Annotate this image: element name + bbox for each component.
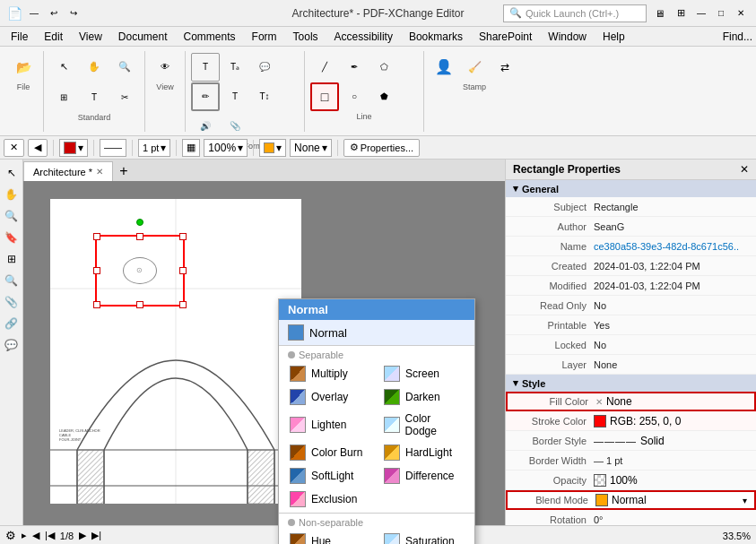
handle-top-right[interactable] (179, 233, 187, 240)
page-first-button[interactable]: |◀ (45, 530, 55, 541)
expand-arrow[interactable]: ▸ (22, 530, 27, 541)
link-sidebar[interactable]: 🔗 (2, 314, 22, 333)
comment-sidebar[interactable]: 💬 (2, 335, 22, 355)
doc-tab-close[interactable]: ✕ (96, 167, 103, 177)
zoom-button[interactable]: 🔍 (110, 53, 139, 82)
menu-comments[interactable]: Comments (177, 29, 243, 45)
new-tab-button[interactable]: + (113, 161, 135, 181)
redo-button[interactable]: ↪ (65, 5, 82, 22)
handle-right-middle[interactable] (179, 267, 187, 274)
eraser-button[interactable]: 🧹 (460, 53, 489, 82)
window-maximize-button[interactable]: □ (713, 5, 729, 22)
pattern-selector[interactable]: ▦ (182, 139, 200, 157)
window-minimize-button[interactable]: — (693, 5, 709, 22)
stroke-color-selector[interactable]: ▾ (59, 139, 88, 157)
text-btn3[interactable]: T↕ (250, 82, 279, 111)
attach-button[interactable]: 📎 (221, 112, 249, 141)
handle-rotate[interactable] (136, 219, 143, 226)
polygon2-button[interactable]: ⬟ (369, 82, 398, 111)
blend-mode-selector[interactable]: None ▾ (290, 139, 332, 157)
find-button[interactable]: Find... (723, 30, 752, 43)
blend-lighten[interactable]: Lighten (282, 409, 377, 441)
menu-form[interactable]: Form (245, 29, 284, 45)
page-prev-button[interactable]: ◀ (32, 530, 39, 541)
nav-arrow-button[interactable]: ↖ (2, 163, 22, 183)
blend-exclusion[interactable]: Exclusion (282, 488, 377, 511)
blend-screen[interactable]: Screen (377, 362, 471, 385)
handle-left-middle[interactable] (93, 267, 100, 274)
menu-tools[interactable]: Tools (286, 29, 326, 45)
blend-normal-option[interactable]: Normal (279, 320, 474, 346)
quick-launch-input[interactable]: 🔍 Quick Launch (Ctrl+.) (503, 4, 647, 22)
blend-softlight[interactable]: SoftLight (282, 464, 377, 488)
props-close-button[interactable]: ✕ (740, 163, 749, 176)
prop-fill-color[interactable]: Fill Color ✕ None (506, 392, 756, 411)
cursor-tool-button[interactable]: ↖ (49, 53, 78, 82)
section-general[interactable]: ▾ General (506, 180, 756, 197)
close-doc-button[interactable]: ✕ (4, 139, 24, 157)
fill-color-selector[interactable]: ▾ (259, 139, 286, 157)
menu-view[interactable]: View (72, 29, 109, 45)
polygon-button[interactable]: ⬠ (369, 53, 398, 82)
page-last-button[interactable]: ▶| (91, 530, 101, 541)
page-next-button[interactable]: ▶ (79, 530, 86, 541)
arrows-button[interactable]: ⇄ (491, 53, 519, 82)
handle-bottom-left[interactable] (93, 301, 100, 308)
crop-button[interactable]: ✂ (110, 83, 139, 112)
line-draw-button[interactable]: ╱ (310, 53, 339, 82)
line-width-selector[interactable]: 1 pt ▾ (138, 139, 170, 157)
section-style[interactable]: ▾ Style (506, 375, 756, 392)
menu-document[interactable]: Document (111, 29, 175, 45)
layers-sidebar[interactable]: ⊞ (2, 249, 22, 269)
rect-button[interactable]: □ (310, 82, 339, 111)
menu-accessibility[interactable]: Accessibility (327, 29, 400, 45)
blend-overlay[interactable]: Overlay (282, 385, 377, 409)
prop-stroke-color[interactable]: Stroke Color RGB: 255, 0, 0 (506, 411, 756, 431)
prop-blend-mode[interactable]: Blend Mode Normal ▾ (506, 490, 756, 510)
menu-window[interactable]: Window (541, 29, 594, 45)
text-tool-button[interactable]: Tₐ (221, 53, 249, 82)
menu-file[interactable]: File (4, 29, 35, 45)
edit-btn[interactable]: ✏ (191, 82, 220, 111)
blend-difference[interactable]: Difference (377, 464, 471, 488)
select-tool-button[interactable]: ⊞ (49, 83, 78, 112)
arrow-left-button[interactable]: ◀ (28, 139, 48, 157)
pen-button[interactable]: ✒ (340, 53, 369, 82)
view-button[interactable]: 👁 (151, 53, 179, 82)
sound-button[interactable]: 🔊 (191, 112, 220, 141)
attach-sidebar[interactable]: 📎 (2, 292, 22, 312)
blend-colorburn[interactable]: Color Burn (282, 441, 377, 464)
bookmark-sidebar[interactable]: 🔖 (2, 228, 22, 247)
menu-sharepoint[interactable]: SharePoint (472, 29, 539, 45)
handle-bottom-right[interactable] (179, 301, 187, 308)
zoom-sidebar[interactable]: 🔍 (2, 206, 22, 226)
callout-button[interactable]: 💬 (250, 53, 279, 82)
menu-help[interactable]: Help (595, 29, 632, 45)
blend-multiply[interactable]: Multiply (282, 362, 377, 385)
blend-hardlight[interactable]: HardLight (377, 441, 471, 464)
text-select-button[interactable]: T (80, 83, 109, 112)
zoom-selector[interactable]: 100% ▾ (204, 139, 248, 157)
window-close-button[interactable]: ✕ (733, 5, 749, 22)
prop-name-value[interactable]: ce380a58-39e3-482d-8c671c56.. (594, 241, 749, 252)
stamp-button[interactable]: 👤 (430, 53, 458, 82)
blend-darken[interactable]: Darken (377, 385, 471, 409)
blend-hue[interactable]: Hue (282, 530, 377, 544)
menu-bookmarks[interactable]: Bookmarks (402, 29, 470, 45)
handle-top-left[interactable] (93, 233, 100, 240)
properties-button[interactable]: ⚙ Properties... (343, 139, 420, 157)
undo-button[interactable]: ↩ (46, 5, 62, 22)
selected-rectangle[interactable]: ⊙ (95, 235, 185, 307)
blend-colordodge[interactable]: Color Dodge (377, 409, 471, 441)
text-field-button[interactable]: T (191, 53, 220, 82)
line-style-selector[interactable]: —— (100, 139, 126, 157)
search-sidebar[interactable]: 🔍 (2, 271, 22, 290)
hand-tool-button[interactable]: ✋ (80, 53, 109, 82)
minimize-button[interactable]: — (26, 5, 42, 22)
handle-bottom-middle[interactable] (136, 301, 143, 308)
blend-saturation[interactable]: Saturation (377, 530, 471, 544)
menu-edit[interactable]: Edit (37, 29, 70, 45)
hand-tool-sidebar[interactable]: ✋ (2, 185, 22, 204)
open-folder-button[interactable]: 📂 (9, 53, 38, 82)
handle-top-middle[interactable] (136, 233, 143, 240)
